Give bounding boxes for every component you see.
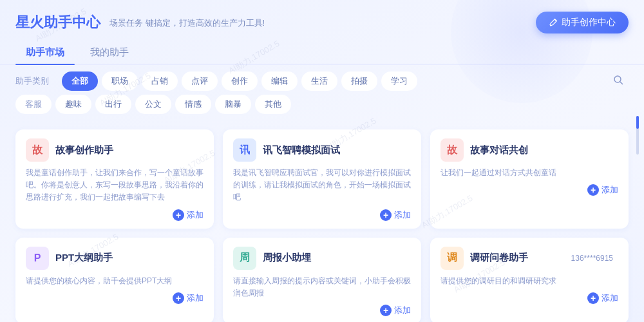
header-subtitle: 场景任务 键搞定，打造高效的生产力工具! [109, 17, 265, 29]
add-button-weekly[interactable]: + 添加 [380, 305, 411, 316]
card-desc-survey: 请提供您的调研目的和调研研究求 [440, 275, 618, 287]
card-desc-story-dialog: 让我们一起通过对话方式共创童话 [440, 167, 618, 179]
filter-row-2: 客服 趣味 出行 公文 情感 脑暴 其他 [15, 95, 629, 114]
card-header: 故 故事创作助手 [26, 138, 204, 162]
card-footer-interview: + 添加 [233, 209, 411, 221]
cards-grid: 故 故事创作助手 我是童话创作助手，让我们来合作，写一个童话故事吧。你将是创意人… [0, 122, 644, 322]
plus-icon: + [380, 305, 392, 316]
add-button-story-dialog[interactable]: + 添加 [587, 184, 618, 196]
card-story-create: 故 故事创作助手 我是童话创作助手，让我们来合作，写一个童话故事吧。你将是创意人… [15, 129, 214, 229]
logo-title: 星火助手中心 [15, 13, 100, 32]
filter-tag-all[interactable]: 全部 [62, 71, 98, 91]
create-center-button[interactable]: 助手创作中心 [536, 12, 629, 33]
card-footer-survey: + 添加 [440, 292, 618, 304]
card-footer-story-dialog: + 添加 [440, 184, 618, 196]
filter-tag-marketing[interactable]: 占销 [142, 71, 178, 91]
card-icon-weekly: 周 [233, 247, 256, 270]
plus-icon: + [587, 292, 599, 304]
plus-icon: + [173, 209, 184, 221]
plus-icon: + [587, 184, 599, 196]
card-desc-ppt: 请提供您的核心内容，助千会提供PPT大纲 [26, 275, 204, 287]
card-title-interview: 讯飞智聘模拟面试 [263, 144, 340, 156]
scrollbar-thumb [636, 116, 639, 129]
search-button[interactable] [608, 72, 629, 91]
filter-tag-life[interactable]: 生活 [301, 71, 337, 91]
filter-tag-service[interactable]: 客服 [15, 95, 52, 114]
filter-tag-official[interactable]: 公文 [135, 95, 171, 114]
card-title-ppt: PPT大纲助手 [55, 252, 113, 264]
card-icon-survey: 调 [440, 247, 464, 270]
card-footer-ppt: + 添加 [26, 292, 204, 304]
card-footer-story-create: + 添加 [26, 209, 204, 221]
card-title-story-dialog: 故事对话共创 [470, 144, 528, 156]
filter-tag-shopping[interactable]: 拍摄 [341, 71, 377, 91]
card-icon-ppt: P [26, 247, 49, 270]
card-icon-story-create: 故 [26, 138, 49, 162]
filter-tag-emotion[interactable]: 情感 [175, 95, 211, 114]
add-button-ppt[interactable]: + 添加 [173, 292, 204, 304]
card-desc-interview: 我是讯飞智聘应聘面试官，我可以对你进行模拟面试的训练，请让我模拟面试的角色，开始… [233, 167, 411, 204]
filter-tag-travel[interactable]: 出行 [95, 95, 131, 114]
tab-mine[interactable]: 我的助手 [80, 41, 139, 64]
filter-row-1: 助手类别 全部 职场 占销 点评 创作 编辑 生活 拍摄 学习 [15, 71, 629, 91]
card-story-dialog: 故 故事对话共创 让我们一起通过对话方式共创童话 + 添加 [430, 129, 629, 229]
scrollbar[interactable] [636, 116, 639, 155]
card-header: 讯 讯飞智聘模拟面试 [233, 138, 411, 162]
card-ppt-outline: P PPT大纲助手 请提供您的核心内容，助千会提供PPT大纲 + 添加 [15, 238, 214, 322]
pencil-icon [549, 18, 558, 27]
card-icon-interview: 讯 [233, 138, 256, 162]
filter-bar: 助手类别 全部 职场 占销 点评 创作 编辑 生活 拍摄 学习 客服 趣味 出行… [0, 65, 644, 122]
card-phone-survey: 136****6915 [571, 254, 613, 263]
tabs-bar: 助手市场 我的助手 [0, 41, 644, 65]
header: 星火助手中心 场景任务 键搞定，打造高效的生产力工具! 助手创作中心 [0, 0, 644, 41]
card-header: 故 故事对话共创 [440, 138, 618, 162]
add-button-story-create[interactable]: + 添加 [173, 209, 204, 221]
filter-label: 助手类别 [15, 72, 58, 90]
card-footer-weekly: + 添加 [233, 305, 411, 316]
filter-tag-workplace[interactable]: 职场 [102, 71, 138, 91]
filter-tag-editing[interactable]: 编辑 [261, 71, 298, 91]
card-desc-story-create: 我是童话创作助手，让我们来合作，写一个童话故事吧。你将是创意人，东写一段故事思路… [26, 167, 204, 204]
plus-icon: + [173, 292, 184, 304]
card-desc-weekly: 请直接输入周报的提示内容或关键词，小助手会积极润色周报 [233, 275, 411, 299]
filter-tag-creation[interactable]: 创作 [222, 71, 258, 91]
card-header: P PPT大纲助手 [26, 247, 204, 270]
filter-tag-other[interactable]: 其他 [255, 95, 291, 114]
filter-tag-review[interactable]: 点评 [182, 71, 218, 91]
card-survey-helper: 调 调研问卷助手 136****6915 请提供您的调研目的和调研研究求 + 添… [430, 238, 629, 322]
filter-tag-fun[interactable]: 趣味 [55, 95, 91, 114]
card-title-story-create: 故事创作助手 [55, 144, 113, 156]
card-title-weekly: 周报小助埋 [263, 252, 311, 264]
tab-market[interactable]: 助手市场 [15, 41, 75, 64]
card-header: 调 调研问卷助手 136****6915 [440, 247, 618, 270]
main-container: 星火助手中心 场景任务 键搞定，打造高效的生产力工具! 助手创作中心 助手市场 … [0, 0, 644, 322]
card-interview-sim: 讯 讯飞智聘模拟面试 我是讯飞智聘应聘面试官，我可以对你进行模拟面试的训练，请让… [223, 129, 421, 229]
filter-tag-learning[interactable]: 学习 [381, 71, 417, 91]
card-header: 周 周报小助埋 [233, 247, 411, 270]
card-weekly-helper: 周 周报小助埋 请直接输入周报的提示内容或关键词，小助手会积极润色周报 + 添加 [223, 238, 421, 322]
filter-tag-brainstorm[interactable]: 脑暴 [215, 95, 251, 114]
card-icon-story-dialog: 故 [440, 138, 464, 162]
add-button-interview[interactable]: + 添加 [380, 209, 411, 221]
card-title-survey: 调研问卷助手 [470, 252, 528, 264]
plus-icon: + [380, 209, 392, 221]
header-right: 助手创作中心 [536, 12, 629, 33]
svg-line-2 [620, 82, 623, 84]
search-icon [613, 75, 623, 85]
add-button-survey[interactable]: + 添加 [587, 292, 618, 304]
